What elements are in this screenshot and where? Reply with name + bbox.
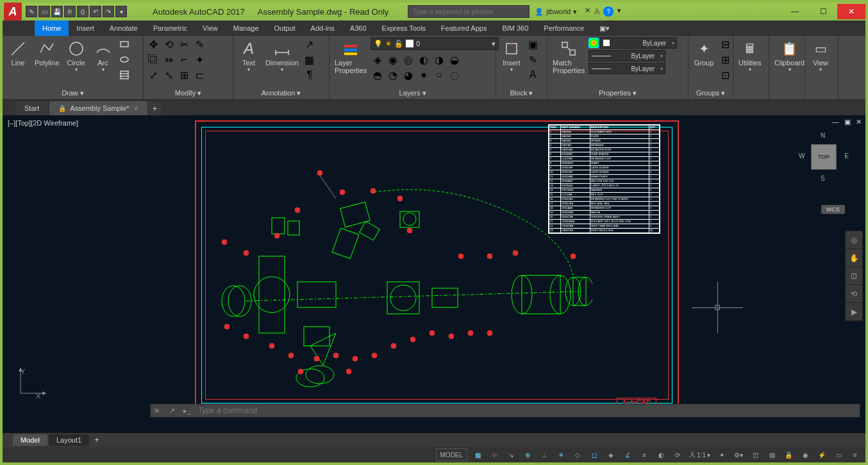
layer-tool4-icon[interactable]: ◐ [417, 53, 431, 67]
circle-button[interactable]: Circle▾ [63, 37, 89, 74]
linetype-dropdown[interactable]: ByLayer [588, 63, 665, 74]
signin-user[interactable]: 👤 jtbworld ▾ [535, 8, 577, 16]
tab-bim360[interactable]: BIM 360 [494, 20, 536, 36]
panel-annotation[interactable]: Annotation ▾ [236, 88, 326, 99]
add-tab-button[interactable]: + [149, 102, 162, 115]
edit-block-icon[interactable]: ✎ [526, 53, 540, 67]
array-icon[interactable]: ⊞ [177, 68, 191, 82]
steering-wheel-icon[interactable]: ◎ [846, 231, 862, 249]
line-button[interactable]: Line [5, 37, 31, 68]
move-icon[interactable]: ✥ [146, 37, 160, 51]
tab-a360[interactable]: A360 [342, 20, 374, 36]
orbit-icon[interactable]: ⟲ [846, 285, 862, 303]
lineweight-dropdown[interactable]: ByLayer [588, 50, 665, 61]
erase-icon[interactable]: ✎ [192, 37, 206, 51]
snap-icon[interactable]: ⊹ [488, 448, 501, 461]
tab-manage[interactable]: Manage [226, 20, 267, 36]
vp-close-icon[interactable]: ✕ [856, 118, 862, 126]
command-line[interactable]: ✕ ↗ ▸_ [150, 404, 860, 418]
isolate-icon[interactable]: ◉ [799, 448, 812, 461]
help-icon[interactable]: ? [603, 6, 613, 17]
panel-layers[interactable]: Layers ▾ [332, 88, 493, 99]
close-button[interactable]: ✕ [837, 4, 865, 19]
wcs-badge[interactable]: WCS [821, 205, 845, 214]
annomonitor-icon[interactable]: ✦ [715, 448, 728, 461]
polar-icon[interactable]: ✳ [555, 448, 567, 461]
layer-tool12-icon[interactable]: ◌ [447, 68, 462, 82]
group-edit-icon[interactable]: ⊞ [718, 53, 732, 67]
layer-tool7-icon[interactable]: ◓ [371, 68, 385, 82]
viewcube[interactable]: TOP N S W E [801, 135, 846, 179]
ungroup-icon[interactable]: ⊟ [718, 37, 732, 51]
tab-featured[interactable]: Featured Apps [433, 20, 495, 36]
redo-icon[interactable]: ↷ [103, 6, 114, 17]
layer-tool11-icon[interactable]: ○ [432, 68, 446, 82]
explode-icon[interactable]: ✦ [192, 53, 206, 67]
cycling-icon[interactable]: ⟳ [671, 448, 684, 461]
annoscale-icon[interactable]: 人1:1▾ [688, 448, 712, 461]
tab-annotate[interactable]: Annotate [102, 20, 146, 36]
tab-start[interactable]: Start [15, 101, 48, 115]
new-icon[interactable]: ✎ [26, 6, 37, 17]
rectangle-icon[interactable] [117, 37, 131, 51]
ribbon-expand-icon[interactable]: ▣▾ [592, 20, 617, 36]
vp-minimize-icon[interactable]: — [832, 118, 839, 126]
attr-icon[interactable]: A [526, 68, 540, 82]
workspace-icon[interactable]: ⚙▾ [732, 448, 745, 461]
close-tab-icon[interactable]: ✕ [133, 105, 138, 112]
save-icon[interactable]: 💾 [51, 6, 63, 17]
3dosnap-icon[interactable]: ◈ [605, 448, 617, 461]
units-icon[interactable]: ◫ [749, 448, 762, 461]
qa-more-icon[interactable]: ▾ [115, 6, 127, 17]
offset-icon[interactable]: ⊏ [192, 68, 206, 82]
create-block-icon[interactable]: ▣ [526, 37, 540, 51]
dimension-button[interactable]: Dimension▾ [263, 37, 301, 74]
layer-dropdown[interactable]: 💡 ☀ 🔓 0 ▾ [371, 37, 499, 50]
command-input[interactable] [197, 405, 860, 416]
cmd-close-icon[interactable]: ✕ [151, 405, 162, 416]
panel-properties[interactable]: Properties ▾ [550, 88, 685, 99]
mirror-icon[interactable]: ⇔ [162, 53, 176, 67]
leader-icon[interactable]: ↗ [303, 37, 317, 51]
matchprops-button[interactable]: Match Properties [550, 37, 587, 76]
app-icon[interactable]: A [4, 3, 22, 20]
minimize-button[interactable]: — [781, 4, 809, 19]
tab-view[interactable]: View [195, 20, 226, 36]
undo-icon[interactable]: ↶ [90, 6, 101, 17]
view-button[interactable]: ▭View▾ [808, 37, 833, 74]
layer-tool1-icon[interactable]: ◈ [371, 53, 385, 67]
ucs-icon[interactable] [14, 361, 53, 401]
layer-tool2-icon[interactable]: ◉ [386, 53, 400, 67]
osnap-icon[interactable]: ◻ [588, 448, 601, 461]
plot-icon[interactable]: ⎙ [77, 6, 88, 17]
table-icon[interactable]: ▦ [303, 53, 317, 67]
group-button[interactable]: ✦Group [691, 37, 717, 68]
layer-tool6-icon[interactable]: ◒ [447, 53, 462, 67]
panel-block[interactable]: Block ▾ [499, 88, 544, 99]
search-input[interactable] [408, 5, 530, 18]
polyline-button[interactable]: Polyline [32, 37, 62, 68]
cmd-recent-icon[interactable]: ↗ [166, 405, 178, 416]
lineweight-icon[interactable]: ≡ [638, 448, 651, 461]
saveas-icon[interactable]: ⎘ [64, 6, 76, 17]
tab-output[interactable]: Output [267, 20, 303, 36]
fillet-icon[interactable]: ⌐ [177, 53, 191, 67]
viewcube-top[interactable]: TOP [811, 144, 837, 170]
add-layout-button[interactable]: + [90, 434, 103, 446]
grid-icon[interactable]: ▦ [471, 448, 484, 461]
color-dropdown[interactable]: ByLayer [600, 37, 677, 49]
color-wheel-icon[interactable] [588, 38, 599, 48]
model-space-button[interactable]: MODEL [436, 448, 468, 461]
hatch-icon[interactable] [117, 68, 131, 82]
clipboard-button[interactable]: 📋Clipboard▾ [772, 37, 807, 74]
panel-groups[interactable]: Groups ▾ [691, 88, 730, 99]
zoom-extents-icon[interactable]: ⊡ [846, 267, 862, 285]
tab-express[interactable]: Express Tools [374, 20, 433, 36]
maximize-button[interactable]: ☐ [809, 4, 837, 19]
layerprops-button[interactable]: Layer Properties [332, 37, 369, 76]
iso-icon[interactable]: ◇ [571, 448, 584, 461]
a360-icon[interactable]: ◬ [594, 6, 599, 17]
trim-icon[interactable]: ✂ [177, 37, 191, 51]
tab-insert[interactable]: Insert [69, 20, 102, 36]
utilities-button[interactable]: 🖩Utilities▾ [736, 37, 764, 74]
